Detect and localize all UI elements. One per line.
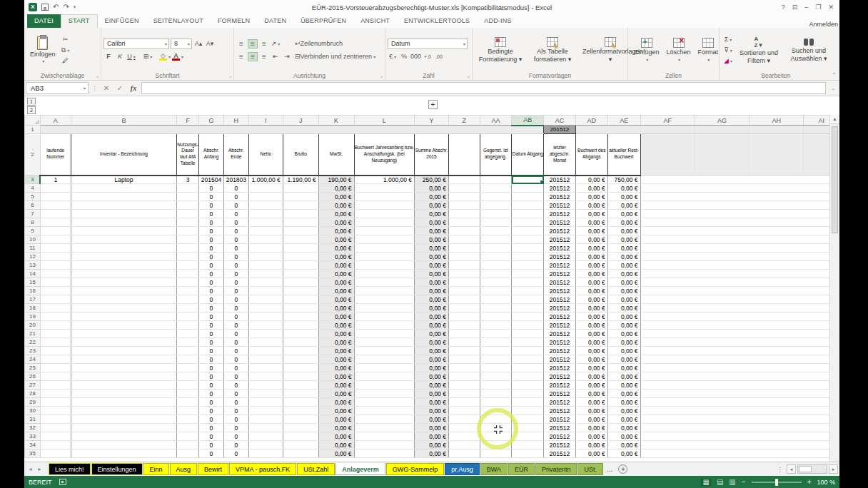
cell-H18[interactable]: 0 bbox=[223, 304, 248, 312]
sign-in-link[interactable]: Anmelden bbox=[809, 21, 839, 28]
cell-AF34[interactable] bbox=[640, 441, 695, 449]
column-header-AF[interactable]: AF bbox=[640, 116, 695, 126]
cell-AG9[interactable] bbox=[695, 227, 749, 235]
cell-AE1[interactable] bbox=[607, 126, 640, 134]
cell-I25[interactable] bbox=[248, 364, 283, 372]
cell-AA35[interactable] bbox=[480, 449, 512, 458]
cell-F4[interactable] bbox=[177, 184, 199, 193]
header-cell-AE2[interactable]: aktueller Rest- Buchwert bbox=[607, 134, 640, 176]
cell-AA23[interactable] bbox=[480, 347, 512, 355]
name-box[interactable]: AB3▾ bbox=[26, 82, 89, 94]
cell-H5[interactable]: 0 bbox=[223, 193, 248, 201]
cell-F29[interactable] bbox=[177, 398, 199, 407]
cell-H31[interactable]: 0 bbox=[223, 415, 248, 424]
cell-AH20[interactable] bbox=[750, 321, 804, 330]
cell-AC1[interactable]: 201512 bbox=[544, 126, 576, 134]
cell-G18[interactable]: 0 bbox=[198, 304, 223, 312]
cell-AE20[interactable]: 0,00 € bbox=[607, 321, 640, 330]
cell-H16[interactable]: 0 bbox=[223, 287, 248, 295]
row-header-24[interactable]: 24 bbox=[25, 355, 41, 364]
enter-formula-button[interactable]: ✓ bbox=[114, 84, 126, 92]
cell-K3[interactable]: 190,00 € bbox=[318, 176, 354, 184]
cell-F21[interactable] bbox=[177, 330, 199, 338]
first-sheet-arrow[interactable]: ◂ bbox=[26, 466, 35, 472]
cell-K13[interactable]: 0,00 € bbox=[318, 261, 354, 270]
cell-AA7[interactable] bbox=[480, 210, 512, 218]
cell-L19[interactable] bbox=[354, 312, 415, 321]
cell-Z5[interactable] bbox=[448, 193, 480, 201]
cell-AE27[interactable]: 0,00 € bbox=[607, 381, 640, 390]
cell-AD13[interactable]: 0,00 € bbox=[575, 261, 607, 270]
cell-Y30[interactable]: 0,00 € bbox=[415, 407, 449, 415]
cell-A9[interactable] bbox=[40, 227, 71, 235]
cell-AC30[interactable]: 201512 bbox=[544, 407, 576, 415]
cell-G31[interactable]: 0 bbox=[198, 415, 223, 424]
cell-AA21[interactable] bbox=[480, 330, 512, 338]
zoom-slider[interactable] bbox=[752, 482, 802, 483]
cell-A19[interactable] bbox=[40, 312, 71, 321]
cell-A5[interactable] bbox=[40, 193, 71, 201]
cell-AF25[interactable] bbox=[640, 364, 695, 372]
cell-Z20[interactable] bbox=[448, 321, 480, 330]
cell-F19[interactable] bbox=[177, 312, 199, 321]
font-family-combo[interactable]: Calibri▾ bbox=[104, 39, 169, 49]
outline-level-1-button[interactable]: 1 bbox=[27, 98, 36, 106]
cell-AD28[interactable]: 0,00 € bbox=[575, 390, 607, 398]
cell-F3[interactable]: 3 bbox=[177, 176, 199, 184]
cell-AD26[interactable]: 0,00 € bbox=[575, 372, 607, 381]
cell-I12[interactable] bbox=[248, 253, 283, 261]
cell-B27[interactable] bbox=[71, 381, 177, 390]
cell-Z18[interactable] bbox=[448, 304, 480, 312]
cell-AC27[interactable]: 201512 bbox=[544, 381, 576, 390]
cell-AB12[interactable] bbox=[512, 253, 544, 261]
header-cell-AA2[interactable]: Gegenst. ist abgegang. bbox=[480, 134, 512, 176]
ribbon-tab-seitenlayout[interactable]: SEITENLAYOUT bbox=[146, 14, 211, 28]
cell-J3[interactable]: 1.190,00 € bbox=[283, 176, 318, 184]
cell-AG13[interactable] bbox=[695, 261, 749, 270]
cell-AC35[interactable]: 201512 bbox=[544, 449, 576, 458]
cell-AC33[interactable]: 201512 bbox=[544, 432, 576, 441]
cell-AE21[interactable]: 0,00 € bbox=[607, 330, 640, 338]
page-layout-view-button[interactable]: ▤ bbox=[717, 479, 723, 486]
cell-AE16[interactable]: 0,00 € bbox=[607, 287, 640, 295]
cell-J25[interactable] bbox=[283, 364, 318, 372]
accounting-format-button[interactable]: €▾ bbox=[388, 52, 398, 61]
cell-AB35[interactable] bbox=[512, 449, 544, 458]
cell-F13[interactable] bbox=[177, 261, 199, 270]
cell-A6[interactable] bbox=[40, 201, 71, 210]
cell-B28[interactable] bbox=[71, 390, 177, 398]
cell-AD4[interactable]: 0,00 € bbox=[575, 184, 607, 193]
cell-AF10[interactable] bbox=[640, 235, 695, 244]
cell-AD27[interactable]: 0,00 € bbox=[575, 381, 607, 390]
cell-AH34[interactable] bbox=[750, 441, 804, 449]
cell-G35[interactable]: 0 bbox=[198, 449, 223, 458]
dialog-launcher-icon[interactable]: ⌟ bbox=[96, 73, 99, 78]
cell-AG28[interactable] bbox=[695, 390, 749, 398]
cell-AE14[interactable]: 0,00 € bbox=[607, 270, 640, 278]
borders-button[interactable]: ⊞▾ bbox=[143, 52, 153, 61]
cell-AA17[interactable] bbox=[480, 295, 512, 304]
cell-AB28[interactable] bbox=[512, 390, 544, 398]
row-header-25[interactable]: 25 bbox=[25, 364, 41, 372]
cell-A21[interactable] bbox=[40, 330, 71, 338]
save-icon[interactable] bbox=[41, 4, 49, 11]
cell-Y29[interactable]: 0,00 € bbox=[415, 398, 449, 407]
cell-J27[interactable] bbox=[283, 381, 318, 390]
more-sheets-button[interactable]: ... bbox=[604, 465, 615, 473]
column-header-Y[interactable]: Y bbox=[415, 116, 449, 126]
shrink-font-button[interactable]: A▾ bbox=[205, 39, 215, 49]
cell-AD34[interactable]: 0,00 € bbox=[575, 441, 607, 449]
cell-H21[interactable]: 0 bbox=[223, 330, 248, 338]
cell-AD32[interactable]: 0,00 € bbox=[575, 424, 607, 432]
row-header-35[interactable]: 35 bbox=[25, 449, 41, 458]
cell-L24[interactable] bbox=[354, 355, 415, 364]
cell-AF16[interactable] bbox=[640, 287, 695, 295]
cell-L20[interactable] bbox=[354, 321, 415, 330]
expand-formula-bar-button[interactable]: ⌄ bbox=[828, 86, 838, 91]
cell-G15[interactable]: 0 bbox=[198, 278, 223, 287]
cell-B6[interactable] bbox=[71, 201, 177, 210]
cell-AD31[interactable]: 0,00 € bbox=[575, 415, 607, 424]
cell-AB3[interactable] bbox=[512, 176, 544, 184]
vertical-scrollbar[interactable]: ▲ bbox=[829, 115, 839, 462]
cell-AH5[interactable] bbox=[750, 193, 804, 201]
